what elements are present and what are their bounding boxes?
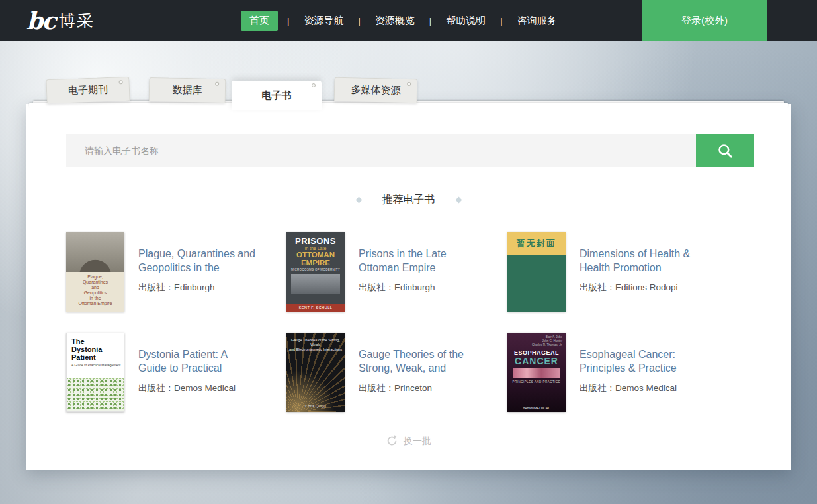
- book-title[interactable]: Dystonia Patient: A Guide to Practical: [138, 347, 256, 375]
- publisher-name: Editions Rodopi: [615, 282, 678, 292]
- nav-item-resource-guide[interactable]: 资源导航: [304, 15, 343, 27]
- tab-pin-dot: [215, 82, 219, 86]
- book-info: Prisons in the Late Ottoman Empire 出版社：E…: [359, 232, 476, 312]
- cover-imprint-text: demosMEDICAL: [507, 406, 566, 410]
- cover-title-text: CANCER: [507, 356, 566, 366]
- book-card-dystonia[interactable]: The Dystonia Patient A Guide to Practica…: [66, 333, 286, 412]
- nav-item-consult[interactable]: 咨询服务: [517, 15, 557, 27]
- book-info: Plague, Quarantines and Geopolitics in t…: [138, 232, 256, 312]
- book-publisher: 出版社：Demos Medical: [580, 382, 697, 394]
- cover-author-text: Chris Quigg: [286, 404, 345, 408]
- no-cover-label: 暂无封面: [507, 232, 566, 255]
- publisher-name: Demos Medical: [174, 383, 236, 393]
- publisher-label: 出版社：: [580, 282, 615, 292]
- nav-item-home[interactable]: 首页: [241, 11, 278, 31]
- tab-label: 电子书: [262, 89, 292, 102]
- book-cover[interactable]: The Dystonia Patient A Guide to Practica…: [66, 333, 124, 412]
- book-grid: Plague, Quarantines and Geopolitics in t…: [66, 232, 751, 412]
- book-card-prisons[interactable]: PRISONS in the Late OTTOMAN EMPIRE MICRO…: [286, 232, 507, 312]
- cover-subtitle-text: PRINCIPLES AND PRACTICE: [507, 380, 566, 384]
- cover-subtitle-text: in the Late: [286, 246, 345, 251]
- book-publisher: 出版社：Editions Rodopi: [580, 282, 697, 294]
- book-info: Dimensions of Health & Health Promotion …: [580, 232, 697, 312]
- nav-item-help[interactable]: 帮助说明: [446, 15, 486, 27]
- publisher-name: Edinburgh: [394, 282, 435, 292]
- section-header: 推荐电子书: [26, 193, 791, 207]
- book-info: Esophageal Cancer: Principles & Practice…: [580, 333, 697, 412]
- book-title[interactable]: Dimensions of Health & Health Promotion: [580, 247, 697, 274]
- search-bar: [66, 134, 754, 167]
- book-title[interactable]: Gauge Theories of the Strong, Weak, and: [359, 347, 476, 375]
- book-card-esophageal-cancer[interactable]: Blair A. Jobe John G. Hunter Charles R. …: [507, 333, 751, 412]
- tab-label: 数据库: [172, 84, 202, 97]
- book-cover-placeholder[interactable]: 暂无封面: [507, 232, 566, 312]
- tab-pin-dot: [407, 82, 411, 86]
- tab-ejournals[interactable]: 电子期刊: [46, 77, 130, 103]
- divider-line: [96, 200, 355, 200]
- divider-line: [462, 200, 722, 200]
- publisher-name: Edinburgh: [174, 282, 215, 292]
- search-icon: [716, 142, 734, 159]
- book-title[interactable]: Esophageal Cancer: Principles & Practice: [580, 347, 697, 375]
- publisher-name: Princeton: [394, 383, 432, 393]
- tab-multimedia[interactable]: 多媒体资源: [334, 77, 418, 103]
- menu-divider: |: [500, 16, 502, 26]
- diamond-ornament: [455, 197, 462, 204]
- book-publisher: 出版社：Edinburgh: [138, 282, 256, 294]
- menu-divider: |: [287, 16, 289, 26]
- logo-name: 博采: [59, 10, 95, 32]
- publisher-label: 出版社：: [359, 383, 394, 393]
- cover-title-text: Plague, Quarantines and Geopolitics in t…: [66, 272, 124, 306]
- tab-label: 多媒体资源: [351, 83, 400, 97]
- publisher-label: 出版社：: [138, 383, 174, 393]
- refresh-label: 换一批: [404, 435, 431, 447]
- tab-databases[interactable]: 数据库: [149, 77, 226, 103]
- section-title: 推荐电子书: [382, 193, 435, 207]
- book-card-dimensions-health[interactable]: 暂无封面 Dimensions of Health & Health Promo…: [507, 232, 751, 312]
- menu-divider: |: [429, 16, 431, 26]
- top-nav: bc 博采 首页 | 资源导航 | 资源概览 | 帮助说明 | 咨询服务 登录(…: [0, 0, 817, 41]
- logo-bc-mark: bc: [26, 7, 55, 34]
- publisher-label: 出版社：: [359, 282, 394, 292]
- publisher-label: 出版社：: [138, 282, 174, 292]
- logo[interactable]: bc 博采: [26, 0, 95, 41]
- cover-author-text: Blair A. Jobe John G. Hunter Charles R. …: [507, 333, 566, 347]
- content-card: 推荐电子书 Plague, Quarantines and Geopolitic…: [26, 104, 791, 470]
- book-title[interactable]: Prisons in the Late Ottoman Empire: [359, 247, 476, 274]
- resource-tabs: 电子期刊 数据库 电子书 多媒体资源: [26, 78, 791, 107]
- cover-title-text: ESOPHAGEAL: [507, 349, 566, 356]
- login-button[interactable]: 登录(校外): [642, 0, 767, 41]
- tab-label: 电子期刊: [68, 83, 108, 97]
- book-publisher: 出版社：Demos Medical: [138, 382, 256, 394]
- cover-body: [507, 255, 566, 312]
- cover-photo: [66, 232, 124, 272]
- refresh-batch-button[interactable]: 换一批: [26, 435, 791, 447]
- diamond-ornament: [355, 197, 362, 204]
- cover-title-text: The Dystonia Patient: [67, 333, 124, 361]
- book-cover[interactable]: Plague, Quarantines and Geopolitics in t…: [66, 232, 124, 312]
- nav-item-resource-overview[interactable]: 资源概览: [375, 15, 415, 27]
- book-card-gauge-theories[interactable]: Gauge Theories of the Strong, Weak, and …: [286, 333, 507, 412]
- tab-pin-dot: [119, 80, 123, 84]
- cover-author-text: KENT F. SCHULL: [286, 304, 345, 312]
- cover-subtitle-text: MICROCOSMS OF MODERNITY: [286, 268, 345, 271]
- book-info: Gauge Theories of the Strong, Weak, and …: [359, 333, 476, 412]
- cover-title-text: OTTOMAN EMPIRE: [286, 251, 345, 267]
- search-button[interactable]: [696, 134, 754, 167]
- cover-title-text: Gauge Theories of the Strong, Weak, and …: [286, 333, 345, 352]
- cover-photo-strip: [513, 368, 560, 378]
- book-cover[interactable]: Blair A. Jobe John G. Hunter Charles R. …: [507, 333, 566, 412]
- book-cover[interactable]: PRISONS in the Late OTTOMAN EMPIRE MICRO…: [286, 232, 345, 312]
- book-card-plague[interactable]: Plague, Quarantines and Geopolitics in t…: [66, 232, 286, 312]
- book-info: Dystonia Patient: A Guide to Practical 出…: [138, 333, 256, 412]
- book-title[interactable]: Plague, Quarantines and Geopolitics in t…: [138, 247, 256, 274]
- cover-subtitle-text: A Guide to Practical Management: [67, 361, 124, 367]
- book-cover[interactable]: Gauge Theories of the Strong, Weak, and …: [286, 333, 345, 412]
- cover-mosaic-art: [67, 378, 124, 411]
- tab-pin-dot: [312, 83, 316, 87]
- publisher-name: Demos Medical: [615, 383, 677, 393]
- tab-ebooks[interactable]: 电子书: [232, 81, 322, 110]
- cover-photo: [291, 274, 340, 294]
- search-input[interactable]: [66, 134, 696, 167]
- main-menu: 首页 | 资源导航 | 资源概览 | 帮助说明 | 咨询服务: [232, 0, 572, 41]
